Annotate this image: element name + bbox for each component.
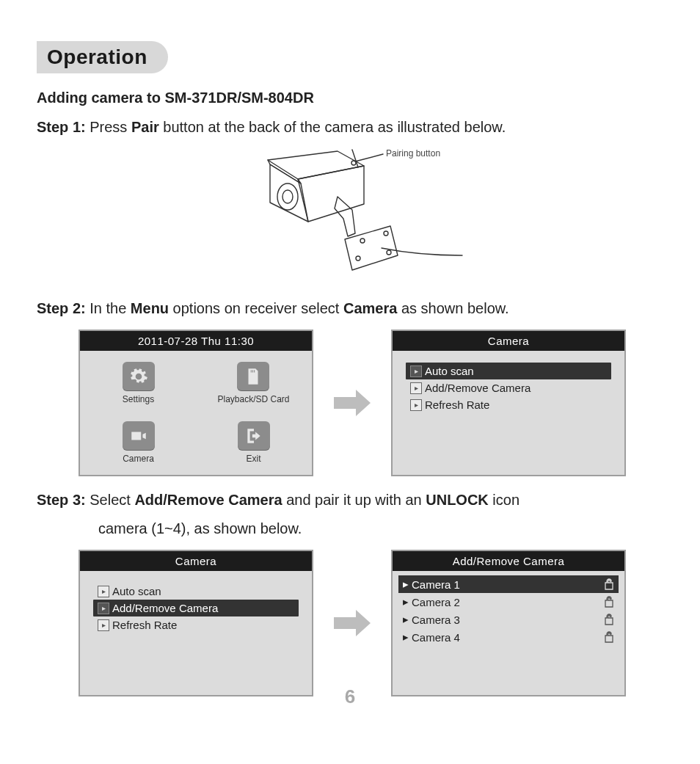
camera-slot-label: Camera 3 [412, 614, 460, 626]
screen-camera-menu-2: Camera ▸ Auto scan ▸ Add/Remove Camera ▸… [79, 550, 313, 696]
list-marker-icon: ▸ [403, 630, 409, 644]
unlock-icon [604, 578, 614, 590]
camera-slot-4[interactable]: ▸ Camera 4 [400, 628, 617, 646]
unlock-icon [604, 596, 614, 608]
camera-slot-3[interactable]: ▸ Camera 3 [400, 611, 617, 628]
list-marker-icon: ▸ [410, 382, 422, 394]
screen-camera-menu-1: Camera ▸ Auto scan ▸ Add/Remove Camera ▸… [391, 330, 626, 476]
gear-icon [123, 362, 155, 391]
step3-b1: Add/Remove Camera [134, 492, 282, 508]
list-item-label: Add/Remove Camera [425, 382, 531, 394]
camera-slot-2[interactable]: ▸ Camera 2 [400, 593, 617, 611]
step3-pre: Select [86, 492, 135, 508]
camera-slot-1[interactable]: ▸ Camera 1 [400, 575, 617, 593]
ui-row-1: 2011-07-28 Thu 11:30 Settings Playback/S… [37, 330, 668, 476]
list-marker-icon: ▸ [410, 399, 422, 411]
step2-label: Step 2: [37, 300, 86, 316]
svg-point-0 [277, 183, 298, 210]
page-number: 6 [0, 685, 700, 708]
step3-b2: UNLOCK [426, 492, 489, 508]
menu-item-playback[interactable]: Playback/SD Card [217, 362, 289, 404]
menu-label-camera: Camera [123, 454, 154, 464]
exit-icon [238, 421, 270, 451]
menu-item-settings[interactable]: Settings [123, 362, 155, 404]
arrow-icon [331, 385, 373, 421]
list-item-label: Auto scan [425, 365, 474, 377]
sub-heading: Adding camera to SM-371DR/SM-804DR [37, 90, 668, 106]
camera-slot-label: Camera 4 [412, 631, 460, 644]
screen-add-remove-header: Add/Remove Camera [393, 551, 624, 571]
screen-main-menu: 2011-07-28 Thu 11:30 Settings Playback/S… [79, 330, 313, 476]
step3-line2: camera (1~4), as shown below. [98, 518, 668, 539]
svg-point-1 [282, 190, 293, 203]
step3-text: Step 3: Select Add/Remove Camera and pai… [37, 490, 668, 511]
step2-text: Step 2: In the Menu options on receiver … [37, 298, 668, 319]
menu-item-exit[interactable]: Exit [238, 421, 270, 464]
list-marker-icon: ▸ [403, 595, 409, 608]
list-item-auto-scan[interactable]: ▸ Auto scan [95, 583, 297, 600]
list-marker-icon: ▸ [98, 619, 109, 631]
screen-main-menu-header: 2011-07-28 Thu 11:30 [80, 331, 312, 351]
pairing-button-callout: Pairing button [386, 148, 440, 159]
step2-pre: In the [86, 300, 131, 316]
step1-b1: Pair [131, 119, 159, 135]
screen-add-remove-camera: Add/Remove Camera ▸ Camera 1 ▸ Camera 2 [391, 550, 626, 696]
menu-label-settings: Settings [123, 394, 154, 404]
list-item-label: Auto scan [112, 585, 161, 597]
list-item-refresh-rate[interactable]: ▸ Refresh Rate [95, 616, 297, 633]
list-marker-icon: ▸ [98, 603, 109, 614]
step3-post: icon [489, 492, 519, 508]
step1-post: button at the back of the camera as illu… [159, 119, 506, 135]
arrow-icon [331, 605, 373, 641]
svg-point-3 [384, 231, 388, 236]
camera-illustration: Pairing button [37, 145, 668, 285]
sd-card-icon [237, 362, 269, 391]
list-item-add-remove[interactable]: ▸ Add/Remove Camera [95, 600, 297, 616]
list-item-label: Refresh Rate [425, 399, 489, 411]
list-item-auto-scan[interactable]: ▸ Auto scan [407, 363, 610, 379]
camera-slot-label: Camera 2 [412, 596, 460, 608]
menu-label-exit: Exit [246, 454, 260, 464]
camera-line-drawing: Pairing button [227, 145, 477, 285]
screen-camera-menu-1-header: Camera [393, 331, 624, 351]
svg-point-5 [360, 239, 365, 243]
list-item-add-remove[interactable]: ▸ Add/Remove Camera [407, 379, 610, 396]
ui-row-2: Camera ▸ Auto scan ▸ Add/Remove Camera ▸… [37, 550, 668, 696]
svg-point-2 [356, 256, 360, 261]
step2-post: as shown below. [397, 300, 508, 316]
step3-mid: and pair it up with an [282, 492, 426, 508]
unlock-icon [604, 631, 614, 643]
list-item-label: Refresh Rate [112, 619, 177, 631]
list-marker-icon: ▸ [403, 613, 409, 626]
list-item-refresh-rate[interactable]: ▸ Refresh Rate [407, 396, 610, 413]
camera-icon [123, 421, 155, 451]
step3-label: Step 3: [37, 492, 86, 508]
list-marker-icon: ▸ [98, 586, 109, 597]
camera-slot-label: Camera 1 [412, 578, 460, 591]
svg-point-4 [387, 250, 391, 255]
menu-item-camera[interactable]: Camera [123, 421, 155, 464]
screen-camera-menu-2-header: Camera [80, 551, 312, 571]
menu-label-playback: Playback/SD Card [217, 394, 289, 404]
step2-b2: Camera [343, 300, 397, 316]
step2-mid: options on receiver select [169, 300, 343, 316]
step1-label: Step 1: [37, 119, 86, 135]
step2-b1: Menu [131, 300, 169, 316]
list-marker-icon: ▸ [410, 365, 422, 377]
section-title: Operation [37, 41, 168, 73]
list-item-label: Add/Remove Camera [112, 602, 218, 614]
step1-pre: Press [86, 119, 131, 135]
list-marker-icon: ▸ [403, 578, 409, 591]
unlock-icon [604, 614, 614, 625]
step1-text: Step 1: Press Pair button at the back of… [37, 117, 668, 138]
